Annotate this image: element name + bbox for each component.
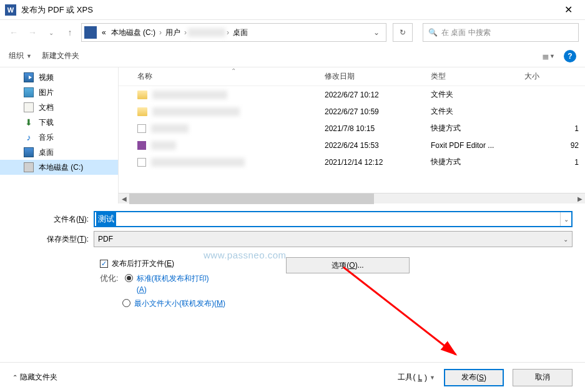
view-options-button[interactable]: ≣ ▼ (542, 51, 555, 61)
search-icon: 🔍 (428, 28, 438, 37)
music-icon: ♪ (24, 132, 34, 142)
file-header: 名称 修改日期 类型 大小 (119, 67, 585, 86)
radio-minimum[interactable] (122, 299, 130, 307)
download-icon: ⬇ (24, 117, 34, 127)
radio-standard-label: 标准(联机发布和打印)(A) (137, 273, 209, 295)
shortcut-icon (137, 124, 146, 133)
crumb-redacted (188, 28, 225, 37)
main-area: 视频 图片 文档 ⬇下载 ♪音乐 桌面 本地磁盘 (C:) ⌃ 名称 修改日期 … (0, 67, 585, 203)
filename-redacted (151, 124, 189, 133)
chevron-down-icon: ▼ (549, 53, 555, 59)
video-icon (24, 72, 34, 82)
filename-redacted (151, 141, 176, 150)
filename-input[interactable]: 测试 ⌄ (94, 211, 573, 227)
file-pane: ⌃ 名称 修改日期 类型 大小 2022/6/27 10:12 文件夹 2022… (119, 67, 585, 203)
navbar: ← → ⌄ ↑ « 本地磁盘 (C:) › 用户 › › 桌面 ⌄ ↻ 🔍 在 … (0, 20, 585, 45)
sidebar-item-downloads[interactable]: ⬇下载 (0, 115, 118, 130)
chevron-down-icon: ⌄ (563, 236, 568, 243)
optimize-label: 优化: (100, 273, 119, 284)
sidebar: 视频 图片 文档 ⬇下载 ♪音乐 桌面 本地磁盘 (C:) (0, 67, 119, 203)
chevron-down-icon: ▼ (26, 53, 32, 59)
disk-icon (24, 162, 34, 172)
hide-folders-button[interactable]: ⌃ 隐藏文件夹 (12, 372, 57, 383)
word-icon: W (5, 4, 16, 16)
scroll-right-icon[interactable]: ▶ (574, 194, 585, 204)
chevron-up-icon: ⌃ (12, 374, 17, 381)
filetype-label: 保存类型(T): (12, 234, 94, 245)
folder-icon (137, 107, 147, 116)
crumb-desktop[interactable]: 桌面 (230, 27, 250, 38)
toolbar: 组织 ▼ 新建文件夹 ≣ ▼ ? (0, 45, 585, 67)
form-area: 文件名(N): 测试 ⌄ 保存类型(T): PDF ⌄ (0, 203, 585, 256)
filename-dropdown[interactable]: ⌄ (560, 212, 571, 226)
chevron-right-icon: › (158, 28, 163, 37)
filename-redacted (152, 107, 240, 116)
search-input[interactable]: 🔍 在 桌面 中搜索 (423, 23, 579, 42)
footer: ⌃ 隐藏文件夹 工具(L) ▼ 发布(S) 取消 (0, 362, 585, 392)
options-area: ✓ 发布后打开文件(E) 优化: 标准(联机发布和打印)(A) 最小文件大小(联… (0, 256, 585, 315)
close-button[interactable]: ✕ (557, 1, 580, 18)
chevron-down-icon: ▼ (430, 375, 435, 381)
options-button[interactable]: 选项(O)... (286, 257, 410, 273)
filename-redacted (152, 91, 227, 99)
file-row[interactable]: 2022/6/24 15:53 Foxit PDF Editor ... 92 (119, 137, 585, 154)
titlebar: W 发布为 PDF 或 XPS ✕ (0, 0, 585, 20)
filetype-select[interactable]: PDF ⌄ (94, 231, 573, 247)
new-folder-button[interactable]: 新建文件夹 (42, 51, 79, 61)
sidebar-item-disk-c[interactable]: 本地磁盘 (C:) (0, 160, 118, 175)
desktop-icon (24, 147, 34, 157)
up-button[interactable]: ↑ (62, 25, 77, 40)
address-dropdown[interactable]: ⌄ (370, 28, 383, 37)
organize-button[interactable]: 组织 ▼ (9, 51, 32, 61)
app-icon (137, 141, 146, 150)
folder-icon (137, 91, 147, 99)
crumb-disk[interactable]: 本地磁盘 (C:) (109, 27, 158, 38)
search-placeholder: 在 桌面 中搜索 (441, 27, 491, 38)
radio-minimum-label: 最小文件大小(联机发布)(M) (134, 298, 225, 309)
column-date[interactable]: 修改日期 (325, 71, 431, 82)
column-type[interactable]: 类型 (431, 71, 524, 82)
file-row[interactable]: 2022/6/27 10:12 文件夹 (119, 86, 585, 103)
picture-icon (24, 87, 34, 97)
filename-value: 测试 (96, 212, 116, 226)
chevron-right-icon: › (183, 28, 188, 37)
radio-standard[interactable] (125, 274, 133, 282)
sidebar-item-desktop[interactable]: 桌面 (0, 145, 118, 160)
crumb-user[interactable]: 用户 (163, 27, 183, 38)
chevron-right-icon: › (225, 28, 230, 37)
file-row[interactable]: 2021/7/8 10:15 快捷方式 1 (119, 120, 585, 137)
shortcut-icon (137, 158, 146, 167)
publish-button[interactable]: 发布(S) (444, 369, 504, 386)
address-bar[interactable]: « 本地磁盘 (C:) › 用户 › › 桌面 ⌄ (81, 23, 386, 42)
back-button[interactable]: ← (6, 25, 21, 40)
column-name[interactable]: 名称 (119, 71, 325, 82)
scroll-thumb[interactable] (129, 194, 374, 204)
filename-redacted (151, 158, 245, 167)
sort-indicator-icon: ⌃ (231, 67, 236, 74)
horizontal-scrollbar[interactable]: ◀ ▶ (119, 193, 585, 203)
file-row[interactable]: 2021/12/14 12:12 快捷方式 1 (119, 154, 585, 170)
refresh-button[interactable]: ↻ (393, 23, 413, 42)
filename-label: 文件名(N): (12, 214, 94, 225)
column-size[interactable]: 大小 (524, 71, 585, 82)
checkbox-icon: ✓ (100, 260, 108, 268)
cancel-button[interactable]: 取消 (513, 369, 573, 386)
window-title: 发布为 PDF 或 XPS (21, 4, 557, 16)
recent-dropdown[interactable]: ⌄ (44, 25, 59, 40)
scroll-track[interactable] (129, 194, 574, 204)
file-list: 2022/6/27 10:12 文件夹 2022/6/27 10:59 文件夹 … (119, 86, 585, 193)
sidebar-item-music[interactable]: ♪音乐 (0, 130, 118, 145)
filetype-value: PDF (98, 235, 113, 243)
location-icon (84, 26, 97, 39)
file-row[interactable]: 2022/6/27 10:59 文件夹 (119, 103, 585, 120)
sidebar-item-videos[interactable]: 视频 (0, 70, 118, 85)
sidebar-item-pictures[interactable]: 图片 (0, 85, 118, 100)
scroll-left-icon[interactable]: ◀ (119, 194, 129, 204)
help-button[interactable]: ? (564, 50, 576, 62)
forward-button[interactable]: → (25, 25, 40, 40)
crumb-prefix: « (99, 28, 109, 37)
sidebar-item-documents[interactable]: 文档 (0, 100, 118, 115)
tools-dropdown[interactable]: 工具(L) ▼ (398, 372, 435, 383)
document-icon (24, 102, 34, 112)
